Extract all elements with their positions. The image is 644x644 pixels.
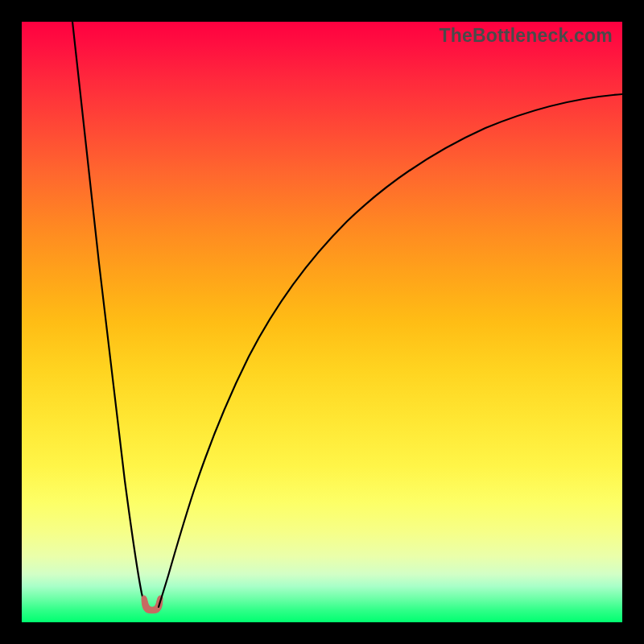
outer-frame: TheBottleneck.com bbox=[0, 0, 644, 644]
curve-right-branch bbox=[159, 94, 622, 607]
bottleneck-curve bbox=[22, 22, 622, 622]
curve-left-branch bbox=[72, 22, 145, 607]
plot-area: TheBottleneck.com bbox=[22, 22, 622, 622]
